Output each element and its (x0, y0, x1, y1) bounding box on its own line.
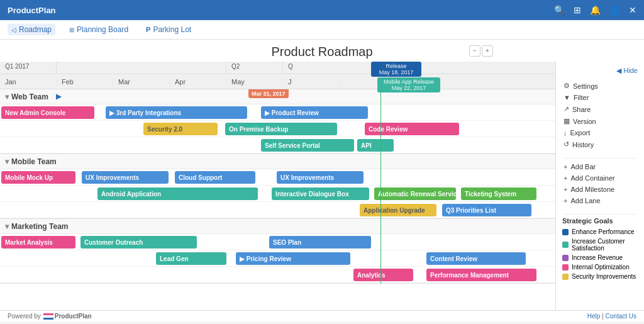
q1-months-space (57, 62, 226, 74)
bell-icon[interactable]: 🔔 (590, 5, 601, 15)
bar-cloud-support[interactable]: Cloud Support (175, 171, 255, 184)
mobile-team-collapse-icon[interactable]: ▾ (5, 157, 9, 166)
bar-seo-plan[interactable]: SEO Plan (269, 236, 371, 249)
planning-tab-icon: ⊞ (69, 26, 74, 33)
mobile-team-label: Mobile Team (11, 157, 57, 166)
settings-label: Settings (573, 82, 598, 90)
lane-mobile-team: ▾ Mobile Team Go LiveMar 31, 2017 Mobile… (0, 154, 555, 219)
bar-ticketing-system[interactable]: Ticketing System (461, 187, 536, 200)
help-link[interactable]: Help (587, 313, 601, 320)
add-bar-label: Add Bar (570, 163, 596, 170)
sidebar-item-filter[interactable]: ▼ Filter (562, 92, 638, 103)
bar-performance-mgmt[interactable]: Performance Management (426, 269, 536, 281)
add-bar-icon: + (564, 163, 567, 170)
corner-buttons: − + (469, 45, 493, 57)
bar-customer-outreach[interactable]: Customer Outreach (80, 236, 197, 249)
bar-q3-priorities[interactable]: Q3 Priorities List (442, 204, 531, 216)
contact-link[interactable]: Contact Us (606, 313, 636, 320)
sidebar-divider-2 (562, 214, 638, 215)
month-jun: J (283, 78, 340, 86)
sidebar-item-history[interactable]: ↺ History (562, 138, 638, 150)
web-row-3: Self Service Portal API (0, 137, 555, 154)
web-team-add-icon[interactable]: ▶ (56, 92, 61, 101)
bar-self-service-portal[interactable]: Self Service Portal (261, 139, 354, 152)
sidebar-item-export[interactable]: ↓ Export (562, 127, 638, 138)
sidebar-item-version[interactable]: ▦ Version (562, 115, 638, 127)
legend-label-security: Security Improvements (572, 273, 636, 280)
sidebar-item-add-container[interactable]: + Add Container (562, 172, 638, 184)
marketing-collapse-icon[interactable]: ▾ (5, 222, 9, 231)
hide-sidebar-btn[interactable]: ◀ Hide (562, 67, 638, 75)
bar-on-premise-backup[interactable]: On Premise Backup (225, 123, 337, 135)
app-logo: ProductPlan (8, 6, 56, 15)
version-label: Version (573, 118, 596, 125)
legend-security-improvements: Security Improvements (562, 272, 638, 281)
legend-internal-optimization: Internal Optimization (562, 262, 638, 272)
powered-by-text: Powered by (8, 313, 41, 320)
bar-new-admin-console[interactable]: New Admin Console (1, 106, 94, 119)
months-row: Jan Feb Mar Apr May J (0, 74, 555, 89)
bar-automatic-renewal[interactable]: Automatic Renewal Service (374, 187, 456, 200)
legend-dot-satisfaction (562, 242, 569, 248)
marketing-row-1: Market Analysis Customer Outreach SEO Pl… (0, 234, 555, 250)
tab-roadmap[interactable]: ◁ Roadmap (8, 24, 55, 35)
month-may: May (226, 78, 283, 86)
bar-api[interactable]: API (357, 139, 394, 152)
legend-label-revenue: Increase Revenue (572, 254, 623, 261)
bar-ux-improvements-1[interactable]: UX Improvements (82, 171, 169, 184)
marketing-row-3: Analytics Performance Management (0, 267, 555, 283)
legend-increase-revenue: Increase Revenue (562, 253, 638, 262)
lane-marketing-team: ▾ Marketing Team Market Analysis Custome… (0, 219, 555, 284)
roadmap-container: ▾ Web Team ▶ New Admin Console ▶ 3rd Par… (0, 89, 555, 284)
sidebar-item-share[interactable]: ↗ Share (562, 103, 638, 115)
mobile-row-1: Mobile Mock Up UX Improvements Cloud Sup… (0, 169, 555, 186)
history-label: History (572, 141, 594, 148)
bar-code-review[interactable]: Code Review (365, 123, 459, 135)
marketing-team-label: Marketing Team (11, 222, 68, 231)
legend-dot-enhance (562, 229, 569, 235)
bar-android-app[interactable]: Android Application (97, 187, 258, 200)
legend-label-enhance: Enhance Performance (572, 228, 635, 235)
legend-customer-satisfaction: Increase Customer Satisfaction (562, 237, 638, 253)
sidebar-item-settings[interactable]: ⚙ Settings (562, 80, 638, 92)
bar-interactive-dialogue[interactable]: Interactive Dialogue Box (272, 187, 369, 200)
lane-web-team: ▾ Web Team ▶ New Admin Console ▶ 3rd Par… (0, 89, 555, 154)
zoom-in-btn[interactable]: + (482, 45, 493, 57)
web-team-collapse-icon[interactable]: ▾ (5, 92, 9, 101)
bar-mobile-mockup[interactable]: Mobile Mock Up (1, 171, 75, 184)
timeline-header: Q1 2017 Q2 Q Jan Feb Mar Apr May J Relea… (0, 62, 555, 89)
user-icon[interactable]: 👤 (609, 5, 620, 15)
legend-dot-security (562, 274, 569, 280)
sidebar-settings-section: ⚙ Settings ▼ Filter ↗ Share ▦ Version ↓ … (562, 80, 638, 150)
bar-market-analysis[interactable]: Market Analysis (1, 236, 75, 249)
tab-parking-lot[interactable]: P Parking Lot (142, 24, 195, 35)
sidebar-item-add-lane[interactable]: + Add Lane (562, 195, 638, 206)
q1-label: Q1 2017 (0, 62, 57, 74)
legend-dot-optimization (562, 264, 569, 271)
bar-lead-gen[interactable]: Lead Gen (156, 252, 226, 265)
roadmap-tab-icon: ◁ (11, 26, 16, 33)
legend-enhance-performance: Enhance Performance (562, 227, 638, 237)
zoom-out-btn[interactable]: − (469, 45, 480, 57)
close-icon[interactable]: ✕ (629, 5, 636, 15)
export-label: Export (570, 129, 591, 137)
sidebar-item-add-bar[interactable]: + Add Bar (562, 161, 638, 172)
bar-app-upgrade[interactable]: Application Upgrade (360, 204, 436, 216)
bar-content-review[interactable]: Content Review (426, 252, 526, 265)
bar-product-review[interactable]: ▶ Product Review (261, 106, 368, 119)
bar-ux-improvements-2[interactable]: UX Improvements (277, 171, 364, 184)
web-row-1: New Admin Console ▶ 3rd Party Integratio… (0, 104, 555, 121)
bar-3rd-party-integrations[interactable]: ▶ 3rd Party Integrations (106, 106, 247, 119)
sidebar-legend-section: Strategic Goals Enhance Performance Incr… (562, 217, 638, 281)
tab-planning-board[interactable]: ⊞ Planning Board (65, 24, 132, 35)
layers-icon[interactable]: ⊞ (574, 5, 581, 15)
sidebar-item-add-milestone[interactable]: + Add Milestone (562, 184, 638, 195)
bar-pricing-review[interactable]: ▶ Pricing Review (236, 252, 350, 265)
powered-by: Powered by ProductPlan (8, 313, 92, 320)
bar-security-2[interactable]: Security 2.0 (143, 123, 218, 135)
filter-icon: ▼ (564, 94, 570, 101)
search-icon[interactable]: 🔍 (554, 5, 565, 15)
history-icon: ↺ (564, 140, 569, 148)
month-apr: Apr (170, 78, 226, 86)
bar-analytics[interactable]: Analytics (353, 269, 413, 281)
